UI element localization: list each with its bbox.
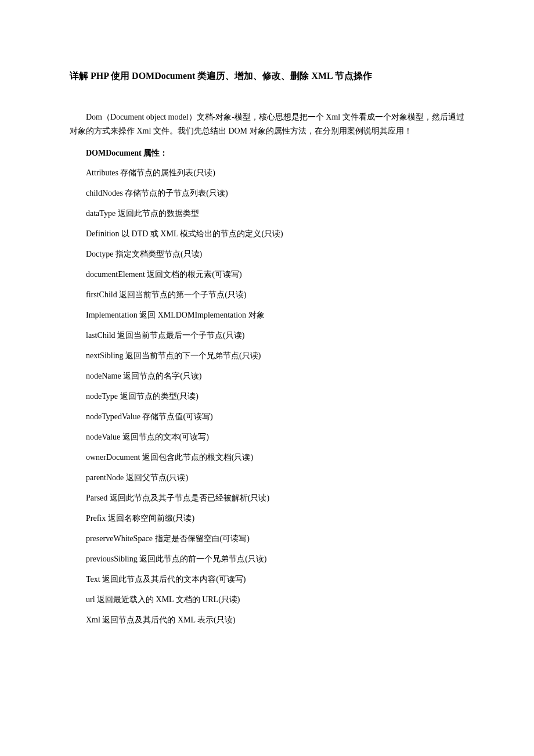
property-line: Doctype 指定文档类型节点(只读) — [70, 248, 464, 260]
property-line: Xml 返回节点及其后代的 XML 表示(只读) — [70, 614, 464, 626]
property-line: previousSibling 返回此节点的前一个兄弟节点(只读) — [70, 553, 464, 565]
property-line: nodeTypedValue 存储节点值(可读写) — [70, 411, 464, 423]
property-line: parentNode 返回父节点(只读) — [70, 471, 464, 484]
section-heading: DOMDocument 属性： — [70, 148, 464, 159]
property-line: childNodes 存储节点的子节点列表(只读) — [70, 187, 464, 199]
property-line: ownerDocument 返回包含此节点的根文档(只读) — [70, 451, 464, 463]
property-line: documentElement 返回文档的根元素(可读写) — [70, 268, 464, 280]
property-line: dataType 返回此节点的数据类型 — [70, 207, 464, 219]
property-line: Definition 以 DTD 或 XML 模式给出的节点的定义(只读) — [70, 228, 464, 240]
property-line: nodeValue 返回节点的文本(可读写) — [70, 431, 464, 443]
property-line: lastChild 返回当前节点最后一个子节点(只读) — [70, 329, 464, 341]
property-line: nodeName 返回节点的名字(只读) — [70, 370, 464, 382]
property-line: url 返回最近载入的 XML 文档的 URL(只读) — [70, 593, 464, 606]
property-line: Implementation 返回 XMLDOMImplementation 对… — [70, 309, 464, 321]
property-line: Attributes 存储节点的属性列表(只读) — [70, 167, 464, 179]
document-page: 详解 PHP 使用 DOMDocument 类遍历、增加、修改、删除 XML 节… — [0, 0, 534, 756]
property-line: Parsed 返回此节点及其子节点是否已经被解析(只读) — [70, 492, 464, 504]
property-line: preserveWhiteSpace 指定是否保留空白(可读写) — [70, 532, 464, 545]
property-line: nodeType 返回节点的类型(只读) — [70, 390, 464, 402]
property-line: Text 返回此节点及其后代的文本内容(可读写) — [70, 573, 464, 585]
property-line: Prefix 返回名称空间前缀(只读) — [70, 512, 464, 524]
page-title: 详解 PHP 使用 DOMDocument 类遍历、增加、修改、删除 XML 节… — [70, 70, 464, 82]
intro-paragraph: Dom（Document object model）文档-对象-模型，核心思想是… — [70, 110, 464, 138]
property-line: firstChild 返回当前节点的第一个子节点(只读) — [70, 289, 464, 301]
property-line: nextSibling 返回当前节点的下一个兄弟节点(只读) — [70, 350, 464, 362]
